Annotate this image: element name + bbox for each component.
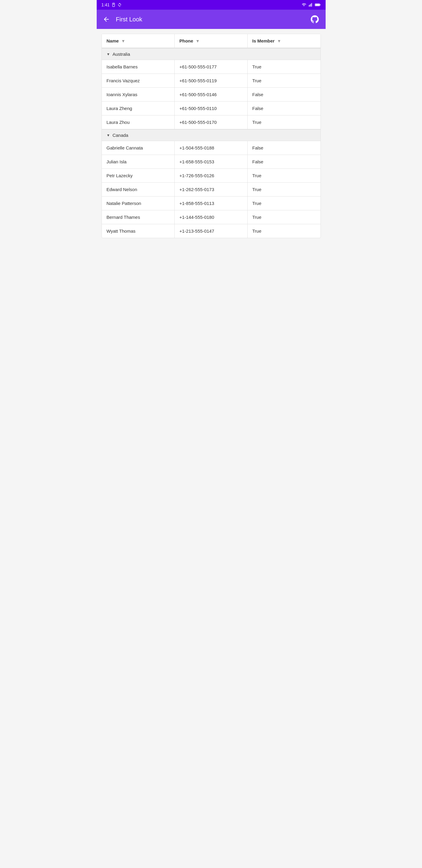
name-filter-icon[interactable]: ▼	[121, 38, 125, 43]
wifi-icon	[301, 3, 306, 7]
status-bar-left: 1:41	[101, 2, 122, 7]
cell-is-member: False	[248, 141, 321, 155]
cell-name: Julian Isla	[102, 155, 175, 168]
github-button[interactable]	[309, 13, 321, 25]
cell-is-member: False	[248, 155, 321, 168]
cell-phone: +1-213-555-0147	[175, 224, 248, 238]
cell-phone: +1-658-555-0153	[175, 155, 248, 168]
cell-phone: +61-500-555-0146	[175, 88, 248, 101]
header-phone-label: Phone	[180, 38, 193, 43]
status-bar-right	[301, 3, 321, 7]
table-row: Isabella Barnes +61-500-555-0177 True	[102, 60, 321, 74]
header-is-member-label: Is Member	[252, 38, 275, 43]
table-row: Edward Nelson +1-262-555-0173 True	[102, 183, 321, 196]
status-time: 1:41	[101, 2, 110, 7]
header-phone: Phone ▼	[175, 34, 248, 48]
cell-phone: +1-504-555-0188	[175, 141, 248, 155]
group-label-canada: Canada	[112, 133, 128, 138]
is-member-filter-icon[interactable]: ▼	[277, 38, 281, 43]
svg-rect-1	[113, 4, 114, 4]
header-name-label: Name	[107, 38, 119, 43]
header-name: Name ▼	[102, 34, 175, 48]
cell-name: Isabella Barnes	[102, 60, 175, 73]
australia-chevron-icon: ▼	[107, 52, 110, 56]
table-row: Natalie Patterson +1-858-555-0113 True	[102, 196, 321, 210]
svg-rect-8	[315, 4, 319, 6]
status-bar: 1:41	[97, 0, 326, 10]
app-bar: First Look	[97, 10, 326, 29]
cell-phone: +61-500-555-0170	[175, 116, 248, 129]
group-label-australia: Australia	[112, 52, 130, 57]
svg-rect-7	[320, 4, 320, 5]
table-row: Wyatt Thomas +1-213-555-0147 True	[102, 224, 321, 238]
cell-name: Ioannis Xylaras	[102, 88, 175, 101]
sim-icon	[111, 3, 116, 7]
cell-name: Laura Zhou	[102, 116, 175, 129]
table-row: Ioannis Xylaras +61-500-555-0146 False	[102, 88, 321, 101]
sync-icon	[118, 3, 122, 7]
cell-name: Natalie Patterson	[102, 196, 175, 210]
table-row: Francis Vazquez +61-500-555-0119 True	[102, 74, 321, 88]
cell-phone: +1-144-555-0180	[175, 210, 248, 224]
cell-is-member: True	[248, 74, 321, 87]
cell-is-member: True	[248, 210, 321, 224]
github-icon	[310, 14, 320, 24]
cell-name: Francis Vazquez	[102, 74, 175, 87]
cell-phone: +61-500-555-0119	[175, 74, 248, 87]
cell-is-member: True	[248, 169, 321, 182]
table-container: Name ▼ Phone ▼ Is Member ▼ ▼ Australia I…	[101, 34, 321, 238]
cell-phone: +1-858-555-0113	[175, 196, 248, 210]
cell-is-member: True	[248, 60, 321, 73]
spacer	[97, 29, 326, 34]
group-header-australia[interactable]: ▼ Australia	[102, 48, 321, 60]
table-row: Petr Lazecky +1-726-555-0126 True	[102, 169, 321, 183]
header-is-member: Is Member ▼	[248, 34, 321, 48]
cell-name: Petr Lazecky	[102, 169, 175, 182]
table-row: Gabrielle Cannata +1-504-555-0188 False	[102, 141, 321, 155]
battery-icon	[315, 3, 321, 7]
table-header: Name ▼ Phone ▼ Is Member ▼	[102, 34, 321, 48]
cell-phone: +61-500-555-0110	[175, 101, 248, 115]
cell-phone: +1-726-555-0126	[175, 169, 248, 182]
app-bar-title: First Look	[116, 16, 309, 23]
cell-is-member: False	[248, 88, 321, 101]
phone-filter-icon[interactable]: ▼	[195, 38, 200, 43]
signal-icon	[308, 3, 313, 7]
table-row: Bernard Thames +1-144-555-0180 True	[102, 210, 321, 224]
cell-name: Wyatt Thomas	[102, 224, 175, 238]
svg-rect-5	[311, 3, 312, 7]
back-icon	[103, 16, 110, 23]
svg-rect-0	[112, 3, 115, 7]
canada-chevron-icon: ▼	[107, 133, 110, 137]
cell-name: Bernard Thames	[102, 210, 175, 224]
cell-name: Gabrielle Cannata	[102, 141, 175, 155]
cell-is-member: True	[248, 224, 321, 238]
table-row: Laura Zheng +61-500-555-0110 False	[102, 101, 321, 116]
cell-name: Edward Nelson	[102, 183, 175, 196]
cell-phone: +61-500-555-0177	[175, 60, 248, 73]
table-row: Julian Isla +1-658-555-0153 False	[102, 155, 321, 169]
cell-phone: +1-262-555-0173	[175, 183, 248, 196]
cell-is-member: False	[248, 101, 321, 115]
svg-rect-4	[311, 4, 311, 7]
svg-rect-2	[309, 5, 310, 7]
svg-rect-3	[310, 4, 310, 7]
back-button[interactable]	[101, 14, 111, 24]
table-row: Laura Zhou +61-500-555-0170 True	[102, 116, 321, 129]
cell-is-member: True	[248, 183, 321, 196]
cell-is-member: True	[248, 196, 321, 210]
cell-is-member: True	[248, 116, 321, 129]
group-header-canada[interactable]: ▼ Canada	[102, 129, 321, 141]
cell-name: Laura Zheng	[102, 101, 175, 115]
